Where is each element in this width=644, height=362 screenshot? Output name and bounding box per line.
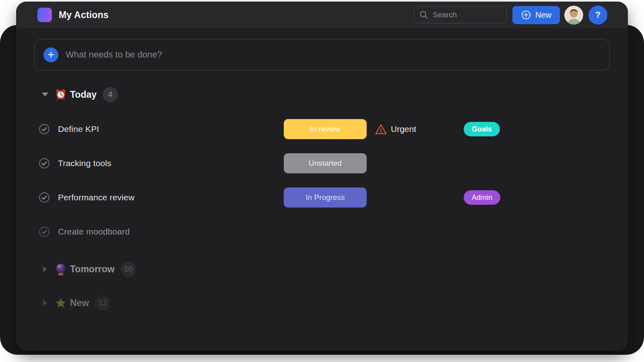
status-badge[interactable]: In Progress bbox=[284, 187, 367, 208]
crystal-ball-icon bbox=[55, 263, 66, 275]
task-row: Define KPI In review 1 Urgent Goals bbox=[34, 119, 610, 139]
tag-badge[interactable]: Admin bbox=[464, 190, 500, 205]
task-title: Performance review bbox=[58, 193, 134, 202]
help-button[interactable]: ? bbox=[588, 6, 607, 25]
help-button-label: ? bbox=[595, 10, 601, 20]
chevron-down-icon[interactable] bbox=[42, 93, 48, 97]
search-input[interactable]: Search bbox=[414, 6, 507, 23]
task-row: Tracking tools Unstarted bbox=[34, 153, 610, 173]
alarm-clock-icon bbox=[55, 88, 66, 101]
composer-placeholder: What needs to be done? bbox=[66, 49, 162, 60]
urgent-flag[interactable]: 1 Urgent bbox=[375, 119, 416, 139]
section-title: Today bbox=[70, 89, 97, 100]
task-title: Create moodboard bbox=[58, 227, 130, 237]
add-task-icon bbox=[43, 47, 58, 62]
status-badge[interactable]: Unstarted bbox=[284, 153, 367, 173]
section-title: Tomorrow bbox=[70, 264, 115, 275]
plus-circle-icon bbox=[521, 10, 531, 20]
section-tomorrow[interactable]: Tomorrow 10 bbox=[34, 258, 610, 280]
check-circle[interactable] bbox=[39, 226, 50, 237]
section-today[interactable]: Today 4 bbox=[34, 83, 610, 106]
search-placeholder: Search bbox=[433, 10, 457, 19]
avatar-image bbox=[564, 6, 583, 25]
task-row: Create moodboard bbox=[34, 222, 610, 242]
new-task-input[interactable]: What needs to be done? bbox=[34, 39, 610, 70]
search-icon bbox=[419, 10, 428, 19]
check-circle[interactable] bbox=[39, 124, 50, 134]
task-title: Define KPI bbox=[58, 124, 99, 134]
top-bar: My Actions Search New bbox=[16, 2, 628, 28]
section-new[interactable]: New 12 bbox=[34, 292, 610, 314]
count-badge: 12 bbox=[95, 295, 110, 311]
new-button[interactable]: New bbox=[512, 6, 560, 24]
section-title: New bbox=[70, 298, 89, 309]
task-row: Performance review In Progress Admin bbox=[34, 187, 610, 208]
warning-triangle-icon: 1 bbox=[375, 123, 387, 135]
count-badge: 4 bbox=[103, 87, 118, 102]
tag-badge[interactable]: Goals bbox=[464, 122, 500, 136]
task-list-panel: What needs to be done? Today 4 bbox=[16, 28, 628, 314]
check-circle[interactable] bbox=[39, 192, 50, 203]
chevron-right-icon[interactable] bbox=[42, 300, 48, 306]
new-button-label: New bbox=[535, 10, 551, 20]
status-badge[interactable]: In review bbox=[284, 119, 367, 139]
task-title: Tracking tools bbox=[58, 158, 111, 168]
app-logo bbox=[37, 8, 52, 22]
flag-label: Urgent bbox=[391, 124, 416, 134]
count-badge: 10 bbox=[121, 261, 136, 277]
chevron-right-icon[interactable] bbox=[42, 266, 48, 272]
page-title: My Actions bbox=[59, 10, 414, 21]
check-circle[interactable] bbox=[39, 158, 50, 169]
user-avatar[interactable] bbox=[564, 6, 583, 25]
star-icon bbox=[55, 297, 66, 309]
svg-text:1: 1 bbox=[380, 128, 382, 134]
app-window: My Actions Search New bbox=[16, 2, 628, 351]
